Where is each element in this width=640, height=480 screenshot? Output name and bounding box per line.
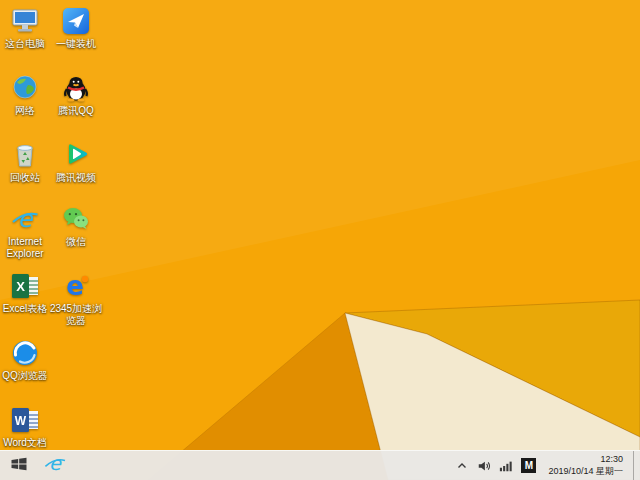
desktop-icon-excel[interactable]: X Excel表格 bbox=[0, 271, 53, 315]
icon-label: Internet Explorer bbox=[0, 236, 53, 260]
desktop: 这台电脑 网络 回收站 e Internet Explorer X Excel表… bbox=[0, 0, 640, 480]
ie-icon: e bbox=[43, 452, 67, 480]
desktop-icon-one-key-install[interactable]: 一键装机 bbox=[48, 6, 104, 50]
svg-text:W: W bbox=[15, 414, 27, 428]
taskbar-internet-explorer[interactable]: e bbox=[38, 451, 72, 480]
recycle-bin-icon bbox=[10, 140, 40, 170]
start-button[interactable] bbox=[0, 451, 38, 480]
desktop-icon-tencent-qq[interactable]: 腾讯QQ bbox=[48, 73, 104, 117]
network-status-icon[interactable] bbox=[499, 459, 513, 473]
desktop-icon-tencent-video[interactable]: 腾讯视频 bbox=[48, 140, 104, 184]
icon-label: 2345加速浏览器 bbox=[48, 303, 104, 327]
ime-indicator[interactable]: M bbox=[521, 458, 536, 473]
desktop-icon-recycle-bin[interactable]: 回收站 bbox=[0, 140, 53, 184]
taskbar: e M 12:30 2019/10/14 星期一 bbox=[0, 450, 640, 480]
icon-label: 微信 bbox=[66, 236, 86, 248]
browser-e-icon: e bbox=[61, 271, 91, 301]
clock-time: 12:30 bbox=[548, 454, 623, 466]
ie-icon: e bbox=[10, 204, 40, 234]
icon-label: Excel表格 bbox=[3, 303, 47, 315]
qq-penguin-icon bbox=[61, 73, 91, 103]
computer-icon bbox=[10, 6, 40, 36]
icon-label: 这台电脑 bbox=[5, 38, 45, 50]
windows-logo-icon bbox=[9, 454, 29, 478]
desktop-icon-network[interactable]: 网络 bbox=[0, 73, 53, 117]
desktop-icon-this-pc[interactable]: 这台电脑 bbox=[0, 6, 53, 50]
volume-icon[interactable] bbox=[477, 459, 491, 473]
icon-label: Word文档 bbox=[3, 437, 47, 449]
show-desktop-button[interactable] bbox=[633, 451, 640, 480]
play-icon bbox=[61, 140, 91, 170]
taskbar-clock[interactable]: 12:30 2019/10/14 星期一 bbox=[544, 454, 627, 477]
wechat-icon bbox=[61, 204, 91, 234]
desktop-icon-internet-explorer[interactable]: e Internet Explorer bbox=[0, 204, 53, 260]
desktop-icon-2345-browser[interactable]: e 2345加速浏览器 bbox=[48, 271, 104, 327]
icon-label: 回收站 bbox=[10, 172, 40, 184]
icon-label: 网络 bbox=[15, 105, 35, 117]
icon-label: QQ浏览器 bbox=[2, 370, 48, 382]
desktop-icon-wechat[interactable]: 微信 bbox=[48, 204, 104, 248]
svg-text:e: e bbox=[49, 452, 62, 475]
paper-plane-icon bbox=[61, 6, 91, 36]
svg-text:e: e bbox=[18, 205, 34, 233]
clock-date: 2019/10/14 星期一 bbox=[548, 466, 623, 478]
excel-icon: X bbox=[10, 271, 40, 301]
icon-label: 一键装机 bbox=[56, 38, 96, 50]
desktop-icon-word[interactable]: W Word文档 bbox=[0, 405, 53, 449]
icon-label: 腾讯QQ bbox=[58, 105, 94, 117]
desktop-icon-qq-browser[interactable]: QQ浏览器 bbox=[0, 338, 53, 382]
svg-text:e: e bbox=[66, 271, 84, 301]
svg-text:X: X bbox=[16, 279, 25, 294]
system-tray: M 12:30 2019/10/14 星期一 bbox=[455, 451, 633, 480]
globe-icon bbox=[10, 73, 40, 103]
word-icon: W bbox=[10, 405, 40, 435]
icon-label: 腾讯视频 bbox=[56, 172, 96, 184]
qq-browser-icon bbox=[10, 338, 40, 368]
show-hidden-icons-button[interactable] bbox=[455, 459, 469, 473]
